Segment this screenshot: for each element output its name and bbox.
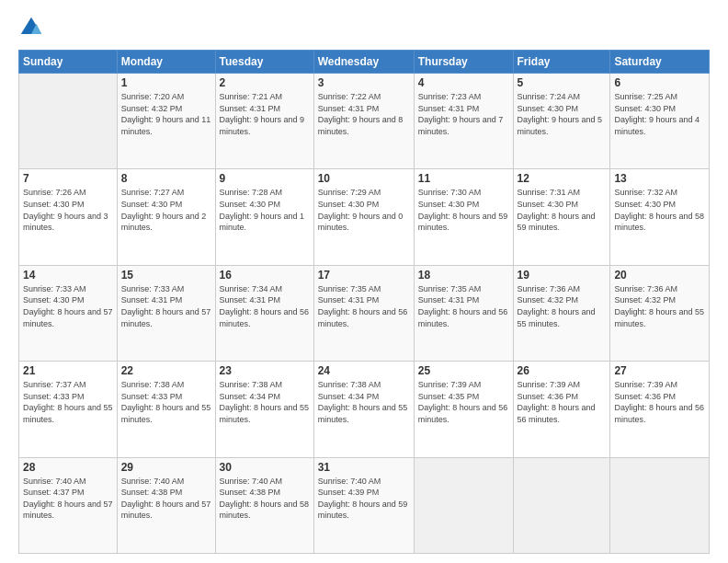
calendar-cell: 20Sunrise: 7:36 AMSunset: 4:32 PMDayligh…: [610, 265, 710, 361]
day-info: Sunrise: 7:23 AMSunset: 4:31 PMDaylight:…: [418, 91, 509, 137]
day-number: 21: [23, 364, 113, 377]
day-info: Sunrise: 7:21 AMSunset: 4:31 PMDaylight:…: [220, 91, 310, 137]
day-number: 10: [318, 172, 410, 185]
day-info: Sunrise: 7:38 AMSunset: 4:33 PMDaylight:…: [121, 379, 211, 425]
day-info: Sunrise: 7:29 AMSunset: 4:30 PMDaylight:…: [318, 187, 410, 233]
calendar-cell: 3Sunrise: 7:22 AMSunset: 4:31 PMDaylight…: [313, 74, 414, 169]
calendar-table: SundayMondayTuesdayWednesdayThursdayFrid…: [18, 50, 710, 554]
day-header-sunday: Sunday: [19, 51, 118, 74]
calendar-cell: 27Sunrise: 7:39 AMSunset: 4:36 PMDayligh…: [610, 362, 710, 457]
day-info: Sunrise: 7:39 AMSunset: 4:36 PMDaylight:…: [518, 379, 607, 425]
calendar-cell: 11Sunrise: 7:30 AMSunset: 4:30 PMDayligh…: [414, 169, 513, 265]
day-number: 23: [220, 364, 310, 377]
day-number: 7: [23, 172, 113, 185]
calendar-cell: 31Sunrise: 7:40 AMSunset: 4:39 PMDayligh…: [313, 457, 414, 553]
calendar-cell: [610, 457, 710, 553]
day-number: 16: [220, 269, 310, 282]
day-number: 15: [121, 269, 211, 282]
day-header-wednesday: Wednesday: [313, 51, 414, 74]
day-info: Sunrise: 7:24 AMSunset: 4:30 PMDaylight:…: [518, 91, 607, 137]
day-number: 13: [614, 172, 705, 185]
day-number: 29: [121, 461, 211, 474]
day-info: Sunrise: 7:22 AMSunset: 4:31 PMDaylight:…: [318, 91, 410, 137]
day-number: 9: [220, 172, 310, 185]
day-number: 3: [318, 76, 410, 89]
day-info: Sunrise: 7:33 AMSunset: 4:30 PMDaylight:…: [23, 283, 113, 329]
calendar-cell: 18Sunrise: 7:35 AMSunset: 4:31 PMDayligh…: [414, 265, 513, 361]
week-row-3: 21Sunrise: 7:37 AMSunset: 4:33 PMDayligh…: [19, 362, 710, 457]
day-number: 25: [418, 364, 509, 377]
week-row-4: 28Sunrise: 7:40 AMSunset: 4:37 PMDayligh…: [19, 457, 710, 553]
day-number: 20: [614, 269, 705, 282]
day-header-thursday: Thursday: [414, 51, 513, 74]
day-number: 4: [418, 76, 509, 89]
day-number: 24: [318, 364, 410, 377]
calendar-cell: 2Sunrise: 7:21 AMSunset: 4:31 PMDaylight…: [215, 74, 313, 169]
calendar-cell: 26Sunrise: 7:39 AMSunset: 4:36 PMDayligh…: [513, 362, 610, 457]
day-number: 27: [614, 364, 705, 377]
calendar-cell: 5Sunrise: 7:24 AMSunset: 4:30 PMDaylight…: [513, 74, 610, 169]
day-info: Sunrise: 7:36 AMSunset: 4:32 PMDaylight:…: [614, 283, 705, 329]
calendar-cell: [414, 457, 513, 553]
logo: [18, 15, 48, 40]
calendar-cell: [513, 457, 610, 553]
day-number: 18: [418, 269, 509, 282]
day-number: 5: [518, 76, 607, 89]
calendar-cell: 28Sunrise: 7:40 AMSunset: 4:37 PMDayligh…: [19, 457, 118, 553]
day-info: Sunrise: 7:39 AMSunset: 4:35 PMDaylight:…: [418, 379, 509, 425]
day-number: 26: [518, 364, 607, 377]
calendar-cell: 19Sunrise: 7:36 AMSunset: 4:32 PMDayligh…: [513, 265, 610, 361]
day-info: Sunrise: 7:34 AMSunset: 4:31 PMDaylight:…: [220, 283, 310, 329]
header-row: SundayMondayTuesdayWednesdayThursdayFrid…: [19, 51, 710, 74]
day-info: Sunrise: 7:25 AMSunset: 4:30 PMDaylight:…: [614, 91, 705, 137]
day-info: Sunrise: 7:33 AMSunset: 4:31 PMDaylight:…: [121, 283, 211, 329]
day-info: Sunrise: 7:40 AMSunset: 4:37 PMDaylight:…: [23, 476, 113, 522]
day-info: Sunrise: 7:36 AMSunset: 4:32 PMDaylight:…: [518, 283, 607, 329]
day-info: Sunrise: 7:32 AMSunset: 4:30 PMDaylight:…: [614, 187, 705, 233]
calendar-cell: 1Sunrise: 7:20 AMSunset: 4:32 PMDaylight…: [117, 74, 215, 169]
calendar-cell: [19, 74, 118, 169]
calendar-cell: 13Sunrise: 7:32 AMSunset: 4:30 PMDayligh…: [610, 169, 710, 265]
day-info: Sunrise: 7:37 AMSunset: 4:33 PMDaylight:…: [23, 379, 113, 425]
page: SundayMondayTuesdayWednesdayThursdayFrid…: [0, 0, 728, 563]
calendar-cell: 15Sunrise: 7:33 AMSunset: 4:31 PMDayligh…: [117, 265, 215, 361]
day-info: Sunrise: 7:35 AMSunset: 4:31 PMDaylight:…: [418, 283, 509, 329]
day-info: Sunrise: 7:40 AMSunset: 4:38 PMDaylight:…: [121, 476, 211, 522]
day-number: 30: [220, 461, 310, 474]
day-number: 6: [614, 76, 705, 89]
calendar-cell: 16Sunrise: 7:34 AMSunset: 4:31 PMDayligh…: [215, 265, 313, 361]
calendar-cell: 10Sunrise: 7:29 AMSunset: 4:30 PMDayligh…: [313, 169, 414, 265]
day-number: 28: [23, 461, 113, 474]
calendar-cell: 12Sunrise: 7:31 AMSunset: 4:30 PMDayligh…: [513, 169, 610, 265]
day-info: Sunrise: 7:39 AMSunset: 4:36 PMDaylight:…: [614, 379, 705, 425]
week-row-0: 1Sunrise: 7:20 AMSunset: 4:32 PMDaylight…: [19, 74, 710, 169]
day-info: Sunrise: 7:35 AMSunset: 4:31 PMDaylight:…: [318, 283, 410, 329]
day-number: 31: [318, 461, 410, 474]
day-info: Sunrise: 7:30 AMSunset: 4:30 PMDaylight:…: [418, 187, 509, 233]
day-number: 12: [518, 172, 607, 185]
day-header-friday: Friday: [513, 51, 610, 74]
calendar-cell: 4Sunrise: 7:23 AMSunset: 4:31 PMDaylight…: [414, 74, 513, 169]
calendar-cell: 7Sunrise: 7:26 AMSunset: 4:30 PMDaylight…: [19, 169, 118, 265]
day-info: Sunrise: 7:27 AMSunset: 4:30 PMDaylight:…: [121, 187, 211, 233]
day-number: 14: [23, 269, 113, 282]
calendar-cell: 23Sunrise: 7:38 AMSunset: 4:34 PMDayligh…: [215, 362, 313, 457]
day-number: 17: [318, 269, 410, 282]
day-number: 11: [418, 172, 509, 185]
day-header-saturday: Saturday: [610, 51, 710, 74]
day-header-monday: Monday: [117, 51, 215, 74]
day-info: Sunrise: 7:38 AMSunset: 4:34 PMDaylight:…: [318, 379, 410, 425]
calendar-cell: 29Sunrise: 7:40 AMSunset: 4:38 PMDayligh…: [117, 457, 215, 553]
logo-icon: [18, 15, 44, 40]
day-info: Sunrise: 7:20 AMSunset: 4:32 PMDaylight:…: [121, 91, 211, 137]
header: [18, 15, 710, 40]
calendar-cell: 25Sunrise: 7:39 AMSunset: 4:35 PMDayligh…: [414, 362, 513, 457]
calendar-cell: 17Sunrise: 7:35 AMSunset: 4:31 PMDayligh…: [313, 265, 414, 361]
calendar-cell: 14Sunrise: 7:33 AMSunset: 4:30 PMDayligh…: [19, 265, 118, 361]
day-number: 22: [121, 364, 211, 377]
calendar-cell: 9Sunrise: 7:28 AMSunset: 4:30 PMDaylight…: [215, 169, 313, 265]
day-info: Sunrise: 7:38 AMSunset: 4:34 PMDaylight:…: [220, 379, 310, 425]
day-info: Sunrise: 7:40 AMSunset: 4:38 PMDaylight:…: [220, 476, 310, 522]
calendar-cell: 24Sunrise: 7:38 AMSunset: 4:34 PMDayligh…: [313, 362, 414, 457]
day-number: 19: [518, 269, 607, 282]
